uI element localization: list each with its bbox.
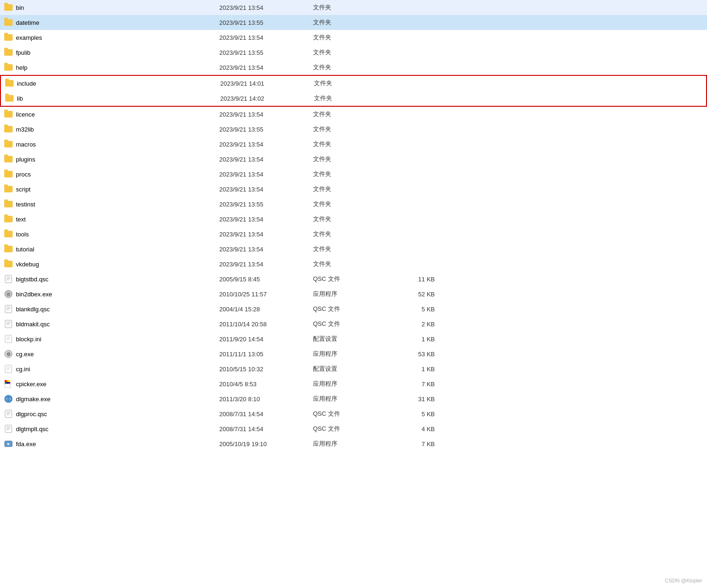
table-row[interactable]: examples2023/9/21 13:54文件夹 [0, 30, 707, 45]
svg-rect-29 [8, 382, 10, 384]
file-size: 4 KB [388, 426, 435, 433]
file-name-cell: bin [4, 3, 219, 12]
svg-rect-25 [7, 380, 8, 382]
file-list: bin2023/9/21 13:54文件夹datetime2023/9/21 1… [0, 0, 707, 451]
file-name-text: tutorial [16, 246, 34, 253]
table-row[interactable]: fda.exe2005/10/19 19:10应用程序7 KB [0, 436, 707, 451]
table-row[interactable]: vkdebug2023/9/21 13:54文件夹 [0, 257, 707, 272]
file-size: 11 KB [388, 276, 435, 283]
qsc-icon [4, 424, 13, 434]
table-row[interactable]: cg.ini2010/5/15 10:32配置设置1 KB [0, 361, 707, 376]
file-name-text: examples [16, 34, 42, 41]
file-name-cell: m32lib [4, 125, 219, 134]
table-row[interactable]: text2023/9/21 13:54文件夹 [0, 212, 707, 227]
file-size: 5 KB [388, 306, 435, 313]
folder-icon [4, 259, 13, 269]
file-date: 2023/9/21 13:54 [219, 216, 313, 223]
file-type: 应用程序 [313, 290, 388, 298]
file-date: 2023/9/21 13:54 [219, 261, 313, 268]
file-name-cell: include [5, 79, 220, 88]
file-type: 文件夹 [313, 230, 388, 238]
file-date: 2023/9/21 13:55 [219, 49, 313, 56]
table-row[interactable]: help2023/9/21 13:54文件夹 [0, 60, 707, 75]
file-date: 2023/9/21 13:54 [219, 4, 313, 11]
table-row[interactable]: dlgtmplt.qsc2008/7/31 14:54QSC 文件4 KB [0, 421, 707, 436]
file-date: 2023/9/21 14:02 [220, 95, 314, 102]
file-size: 52 KB [388, 291, 435, 298]
table-row[interactable]: ⚙bin2dbex.exe2010/10/25 11:57应用程序52 KB [0, 287, 707, 301]
file-type: 文件夹 [313, 155, 388, 163]
table-row[interactable]: script2023/9/21 13:54文件夹 [0, 182, 707, 197]
file-name-text: help [16, 64, 28, 71]
file-type: 文件夹 [313, 140, 388, 148]
table-row[interactable]: tools2023/9/21 13:54文件夹 [0, 227, 707, 242]
file-date: 2011/10/14 20:58 [219, 321, 313, 328]
ini-icon [4, 334, 13, 344]
table-row[interactable]: blankdlg.qsc2004/1/4 15:28QSC 文件5 KB [0, 301, 707, 316]
table-row[interactable]: bigtstbd.qsc2005/9/15 8:45QSC 文件11 KB [0, 272, 707, 287]
file-name-cell: dlgproc.qsc [4, 409, 219, 419]
file-date: 2011/11/1 13:05 [219, 351, 313, 358]
folder-icon [4, 140, 13, 149]
file-date: 2010/4/5 8:53 [219, 381, 313, 388]
table-row[interactable]: bldmakit.qsc2011/10/14 20:58QSC 文件2 KB [0, 316, 707, 331]
file-date: 2023/9/21 13:54 [219, 141, 313, 148]
table-row[interactable]: fpulib2023/9/21 13:55文件夹 [0, 45, 707, 60]
file-type: 文件夹 [313, 63, 388, 72]
table-row[interactable]: procs2023/9/21 13:54文件夹 [0, 167, 707, 182]
table-row[interactable]: lib2023/9/21 14:02文件夹 [1, 91, 706, 106]
table-row[interactable]: m32lib2023/9/21 13:55文件夹 [0, 122, 707, 137]
file-name-cell: script [4, 184, 219, 194]
folder-icon [4, 3, 13, 12]
table-row[interactable]: cpicker.exe2010/4/5 8:53应用程序7 KB [0, 376, 707, 391]
exe-color-icon [4, 379, 13, 389]
table-row[interactable]: ⚙cg.exe2011/11/1 13:05应用程序53 KB [0, 346, 707, 361]
file-type: 文件夹 [313, 125, 388, 133]
table-row[interactable]: tutorial2023/9/21 13:54文件夹 [0, 242, 707, 257]
file-name-cell: datetime [4, 18, 219, 27]
file-type: 配置设置 [313, 365, 388, 373]
qsc-icon [4, 274, 13, 284]
file-date: 2023/9/21 13:54 [219, 156, 313, 163]
file-type: 文件夹 [313, 185, 388, 193]
file-type: QSC 文件 [313, 410, 388, 418]
table-row[interactable]: include2023/9/21 14:01文件夹 [1, 76, 706, 91]
file-size: 7 KB [388, 381, 435, 388]
file-size: 7 KB [388, 441, 435, 448]
file-type: 文件夹 [313, 260, 388, 268]
file-name-text: datetime [16, 19, 39, 26]
table-row[interactable]: blockp.ini2011/9/20 14:54配置设置1 KB [0, 331, 707, 346]
exe-tool-icon: ⚙ [4, 289, 13, 299]
table-row[interactable]: datetime2023/9/21 13:55文件夹 [0, 15, 707, 30]
table-row[interactable]: dlgproc.qsc2008/7/31 14:54QSC 文件5 KB [0, 406, 707, 421]
file-date: 2023/9/21 13:54 [219, 186, 313, 193]
file-name-text: blankdlg.qsc [16, 306, 50, 313]
svg-rect-30 [5, 384, 10, 388]
file-type: 文件夹 [313, 33, 388, 42]
table-row[interactable]: licence2023/9/21 13:54文件夹 [0, 107, 707, 122]
exe-globe-icon [4, 394, 13, 404]
svg-text:⚙: ⚙ [7, 352, 11, 357]
table-row[interactable]: dlgmake.exe2011/3/20 8:10应用程序31 KB [0, 391, 707, 406]
file-type: 文件夹 [313, 170, 388, 178]
folder-icon [4, 214, 13, 224]
file-type: 文件夹 [314, 79, 389, 88]
file-name-text: vkdebug [16, 261, 39, 268]
file-name-cell: cg.ini [4, 364, 219, 374]
table-row[interactable]: macros2023/9/21 13:54文件夹 [0, 137, 707, 152]
file-name-text: licence [16, 111, 35, 118]
table-row[interactable]: bin2023/9/21 13:54文件夹 [0, 0, 707, 15]
table-row[interactable]: testinst2023/9/21 13:55文件夹 [0, 197, 707, 212]
table-row[interactable]: plugins2023/9/21 13:54文件夹 [0, 152, 707, 167]
qsc-icon [4, 409, 13, 419]
file-date: 2023/9/21 13:54 [219, 111, 313, 118]
svg-rect-26 [8, 380, 10, 382]
file-name-text: bldmakit.qsc [16, 321, 50, 328]
file-name-text: fpulib [16, 49, 30, 56]
file-name-text: dlgtmplt.qsc [16, 426, 48, 433]
file-name-cell: examples [4, 33, 219, 42]
svg-rect-0 [5, 275, 12, 283]
file-name-cell: dlgmake.exe [4, 394, 219, 404]
folder-icon [4, 63, 13, 72]
folder-icon [4, 199, 13, 209]
